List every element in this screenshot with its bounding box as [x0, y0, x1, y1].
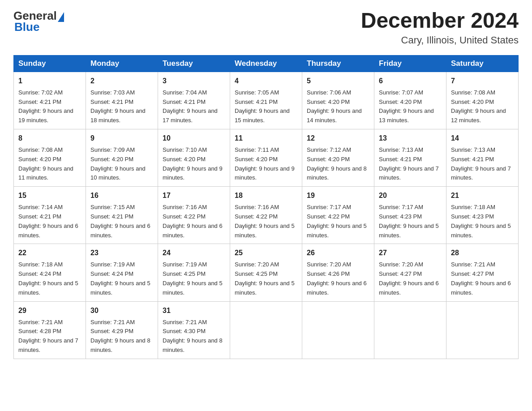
day-cell: 2Sunrise: 7:03 AMSunset: 4:21 PMDaylight…: [86, 72, 158, 129]
day-cell: 25Sunrise: 7:20 AMSunset: 4:25 PMDayligh…: [230, 244, 302, 301]
day-cell: [446, 301, 519, 359]
day-number: 2: [90, 76, 153, 86]
day-cell: 31Sunrise: 7:21 AMSunset: 4:30 PMDayligh…: [158, 301, 230, 359]
day-number: 10: [163, 133, 225, 144]
day-number: 8: [18, 133, 81, 144]
day-number: 21: [451, 190, 514, 201]
header-row: SundayMondayTuesdayWednesdayThursdayFrid…: [14, 55, 519, 72]
calendar-table: SundayMondayTuesdayWednesdayThursdayFrid…: [13, 55, 519, 359]
day-info: Sunrise: 7:18 AMSunset: 4:24 PMDaylight:…: [18, 260, 81, 297]
day-info: Sunrise: 7:13 AMSunset: 4:21 PMDaylight:…: [379, 146, 442, 183]
week-row-4: 22Sunrise: 7:18 AMSunset: 4:24 PMDayligh…: [14, 244, 519, 301]
day-cell: 8Sunrise: 7:08 AMSunset: 4:20 PMDaylight…: [14, 129, 86, 186]
day-cell: 17Sunrise: 7:16 AMSunset: 4:22 PMDayligh…: [158, 187, 230, 244]
day-number: 9: [90, 133, 153, 144]
day-number: 23: [90, 248, 153, 258]
header-wednesday: Wednesday: [230, 55, 302, 72]
day-number: 11: [235, 133, 297, 144]
day-cell: 1Sunrise: 7:02 AMSunset: 4:21 PMDaylight…: [14, 72, 86, 129]
day-info: Sunrise: 7:20 AMSunset: 4:25 PMDaylight:…: [235, 260, 297, 297]
day-cell: 24Sunrise: 7:19 AMSunset: 4:25 PMDayligh…: [158, 244, 230, 301]
day-info: Sunrise: 7:10 AMSunset: 4:20 PMDaylight:…: [163, 146, 225, 183]
day-number: 24: [163, 248, 225, 258]
day-cell: [302, 301, 374, 359]
day-number: 31: [163, 305, 225, 316]
day-info: Sunrise: 7:21 AMSunset: 4:30 PMDaylight:…: [163, 318, 225, 355]
day-number: 3: [163, 76, 225, 86]
day-cell: 20Sunrise: 7:17 AMSunset: 4:23 PMDayligh…: [374, 187, 446, 244]
day-cell: 10Sunrise: 7:10 AMSunset: 4:20 PMDayligh…: [158, 129, 230, 186]
header-tuesday: Tuesday: [158, 55, 230, 72]
day-number: 13: [379, 133, 442, 144]
day-number: 26: [307, 248, 369, 258]
day-number: 20: [379, 190, 442, 201]
day-info: Sunrise: 7:09 AMSunset: 4:20 PMDaylight:…: [90, 146, 153, 183]
day-number: 5: [307, 76, 369, 86]
month-title: December 2024: [361, 9, 519, 33]
day-number: 17: [163, 190, 225, 201]
day-info: Sunrise: 7:07 AMSunset: 4:20 PMDaylight:…: [379, 88, 442, 125]
day-info: Sunrise: 7:21 AMSunset: 4:27 PMDaylight:…: [451, 260, 514, 297]
day-info: Sunrise: 7:19 AMSunset: 4:24 PMDaylight:…: [90, 260, 153, 297]
day-info: Sunrise: 7:08 AMSunset: 4:20 PMDaylight:…: [451, 88, 514, 125]
page-header: General Blue December 2024 Cary, Illinoi…: [13, 9, 519, 46]
day-number: 16: [90, 190, 153, 201]
day-cell: 5Sunrise: 7:06 AMSunset: 4:20 PMDaylight…: [302, 72, 374, 129]
day-info: Sunrise: 7:21 AMSunset: 4:28 PMDaylight:…: [18, 318, 81, 355]
day-cell: 4Sunrise: 7:05 AMSunset: 4:21 PMDaylight…: [230, 72, 302, 129]
day-number: 4: [235, 76, 297, 86]
day-info: Sunrise: 7:16 AMSunset: 4:22 PMDaylight:…: [163, 203, 225, 240]
day-info: Sunrise: 7:08 AMSunset: 4:20 PMDaylight:…: [18, 146, 81, 183]
day-number: 7: [451, 76, 514, 86]
day-info: Sunrise: 7:17 AMSunset: 4:23 PMDaylight:…: [379, 203, 442, 240]
day-info: Sunrise: 7:14 AMSunset: 4:21 PMDaylight:…: [18, 203, 81, 240]
day-cell: 23Sunrise: 7:19 AMSunset: 4:24 PMDayligh…: [86, 244, 158, 301]
day-cell: 9Sunrise: 7:09 AMSunset: 4:20 PMDaylight…: [86, 129, 158, 186]
day-number: 14: [451, 133, 514, 144]
location-title: Cary, Illinois, United States: [361, 34, 519, 46]
day-number: 22: [18, 248, 81, 258]
day-cell: 12Sunrise: 7:12 AMSunset: 4:20 PMDayligh…: [302, 129, 374, 186]
header-saturday: Saturday: [446, 55, 519, 72]
day-cell: 27Sunrise: 7:20 AMSunset: 4:27 PMDayligh…: [374, 244, 446, 301]
day-cell: 13Sunrise: 7:13 AMSunset: 4:21 PMDayligh…: [374, 129, 446, 186]
header-friday: Friday: [374, 55, 446, 72]
day-info: Sunrise: 7:06 AMSunset: 4:20 PMDaylight:…: [307, 88, 369, 125]
header-monday: Monday: [86, 55, 158, 72]
day-number: 19: [307, 190, 369, 201]
day-cell: 28Sunrise: 7:21 AMSunset: 4:27 PMDayligh…: [446, 244, 519, 301]
day-cell: [374, 301, 446, 359]
day-number: 1: [18, 76, 81, 86]
day-cell: 19Sunrise: 7:17 AMSunset: 4:22 PMDayligh…: [302, 187, 374, 244]
day-info: Sunrise: 7:15 AMSunset: 4:21 PMDaylight:…: [90, 203, 153, 240]
week-row-2: 8Sunrise: 7:08 AMSunset: 4:20 PMDaylight…: [14, 129, 519, 186]
day-cell: 29Sunrise: 7:21 AMSunset: 4:28 PMDayligh…: [14, 301, 86, 359]
day-cell: 14Sunrise: 7:13 AMSunset: 4:21 PMDayligh…: [446, 129, 519, 186]
day-cell: 26Sunrise: 7:20 AMSunset: 4:26 PMDayligh…: [302, 244, 374, 301]
title-area: December 2024 Cary, Illinois, United Sta…: [361, 9, 519, 46]
day-number: 6: [379, 76, 442, 86]
header-sunday: Sunday: [14, 55, 86, 72]
day-cell: 21Sunrise: 7:18 AMSunset: 4:23 PMDayligh…: [446, 187, 519, 244]
day-info: Sunrise: 7:21 AMSunset: 4:29 PMDaylight:…: [90, 318, 153, 355]
day-info: Sunrise: 7:02 AMSunset: 4:21 PMDaylight:…: [18, 88, 81, 125]
day-info: Sunrise: 7:17 AMSunset: 4:22 PMDaylight:…: [307, 203, 369, 240]
week-row-1: 1Sunrise: 7:02 AMSunset: 4:21 PMDaylight…: [14, 72, 519, 129]
day-number: 27: [379, 248, 442, 258]
day-info: Sunrise: 7:05 AMSunset: 4:21 PMDaylight:…: [235, 88, 297, 125]
day-cell: 7Sunrise: 7:08 AMSunset: 4:20 PMDaylight…: [446, 72, 519, 129]
week-row-5: 29Sunrise: 7:21 AMSunset: 4:28 PMDayligh…: [14, 301, 519, 359]
day-info: Sunrise: 7:18 AMSunset: 4:23 PMDaylight:…: [451, 203, 514, 240]
week-row-3: 15Sunrise: 7:14 AMSunset: 4:21 PMDayligh…: [14, 187, 519, 244]
logo: General Blue: [13, 9, 65, 34]
day-info: Sunrise: 7:16 AMSunset: 4:22 PMDaylight:…: [235, 203, 297, 240]
day-info: Sunrise: 7:13 AMSunset: 4:21 PMDaylight:…: [451, 146, 514, 183]
day-cell: 3Sunrise: 7:04 AMSunset: 4:21 PMDaylight…: [158, 72, 230, 129]
day-number: 29: [18, 305, 81, 316]
day-number: 28: [451, 248, 514, 258]
day-cell: 22Sunrise: 7:18 AMSunset: 4:24 PMDayligh…: [14, 244, 86, 301]
logo-triangle-icon: [58, 12, 64, 22]
day-cell: [230, 301, 302, 359]
day-cell: 11Sunrise: 7:11 AMSunset: 4:20 PMDayligh…: [230, 129, 302, 186]
day-number: 25: [235, 248, 297, 258]
